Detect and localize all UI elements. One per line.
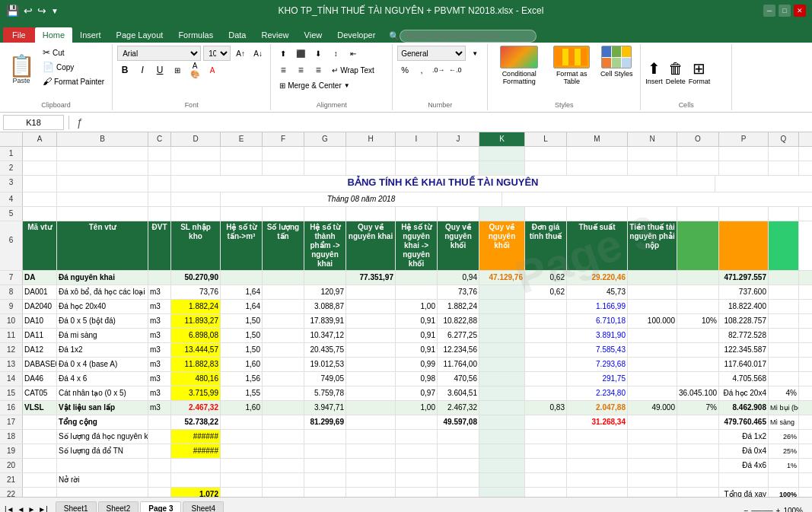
cell-Q10[interactable] — [769, 314, 799, 328]
cell-Q12[interactable] — [769, 343, 799, 357]
cell-F17[interactable] — [263, 415, 304, 429]
cell-K14[interactable] — [479, 372, 525, 386]
cell-I8[interactable] — [396, 285, 438, 299]
tab-data[interactable]: Data — [221, 27, 253, 43]
cell-E7[interactable] — [221, 271, 263, 285]
cell-O5[interactable] — [677, 207, 719, 221]
col-header-F[interactable]: F — [263, 132, 304, 146]
cell-D2[interactable] — [171, 161, 221, 175]
cell-K6[interactable]: Quy về nguyên khối — [479, 221, 525, 270]
cell-L8[interactable]: 0,62 — [525, 285, 567, 299]
bold-button[interactable]: B — [117, 62, 132, 78]
cell-O10[interactable]: 10% — [677, 314, 719, 328]
cell-N11[interactable] — [628, 329, 677, 342]
cell-H8[interactable] — [346, 285, 396, 299]
maximize-button[interactable]: □ — [779, 5, 791, 17]
cell-A17[interactable] — [23, 415, 57, 429]
cell-B2[interactable] — [57, 161, 148, 175]
cell-Q20[interactable]: 1% — [769, 459, 799, 472]
cell-F15[interactable] — [263, 386, 304, 400]
cell-A16[interactable]: VLSL — [23, 401, 57, 415]
cell-O12[interactable] — [677, 343, 719, 357]
increase-decimal-button[interactable]: .0→ — [431, 62, 446, 78]
cell-J9[interactable]: 1.882,24 — [438, 300, 479, 313]
window-controls[interactable]: ─ □ ✕ — [763, 5, 806, 17]
cell-C6[interactable]: ĐVT — [148, 221, 171, 270]
cell-I1[interactable] — [396, 147, 438, 161]
cell-C7[interactable] — [148, 271, 171, 285]
cell-M22[interactable] — [567, 488, 628, 497]
cell-B16[interactable]: Vật liệu san lấp — [57, 401, 148, 415]
cell-E14[interactable]: 1,56 — [221, 372, 263, 386]
cell-D21[interactable] — [171, 473, 221, 487]
cell-H2[interactable] — [346, 161, 396, 175]
cell-N12[interactable] — [628, 343, 677, 357]
cell-D3-title[interactable]: BẢNG TÍNH KÊ KHAI THUẾ TÀI NGUYÊN — [171, 176, 715, 192]
comma-button[interactable]: , — [414, 62, 429, 78]
zoom-slider[interactable]: ──── — [751, 507, 772, 512]
cell-D18[interactable]: ###### — [171, 430, 221, 444]
close-button[interactable]: ✕ — [794, 5, 806, 17]
cell-H9[interactable] — [346, 300, 396, 313]
font-color-button[interactable]: A — [205, 62, 220, 78]
cell-H6[interactable]: Quy về nguyên khai — [346, 221, 396, 270]
cell-D17[interactable]: 52.738,22 — [171, 415, 221, 429]
cell-A14[interactable]: DA46 — [23, 372, 57, 386]
cell-Q15[interactable]: 4% — [769, 386, 799, 400]
cell-K12[interactable] — [479, 343, 525, 357]
cell-D13[interactable]: 11.882,83 — [171, 358, 221, 371]
cell-M12[interactable]: 7.585,43 — [567, 343, 628, 357]
cell-F13[interactable] — [263, 358, 304, 371]
cell-P11[interactable]: 82.772.528 — [719, 329, 769, 342]
cell-C9[interactable]: m3 — [148, 300, 171, 313]
cell-M18[interactable] — [567, 430, 628, 444]
cell-F10[interactable] — [263, 314, 304, 328]
zoom-out-button[interactable]: − — [744, 507, 748, 512]
copy-button[interactable]: 📄 Copy — [40, 60, 107, 74]
cell-H5[interactable] — [346, 207, 396, 221]
fill-color-button[interactable]: A🎨 — [187, 62, 202, 78]
cell-A8[interactable]: DA001 — [23, 285, 57, 299]
cell-O11[interactable] — [677, 329, 719, 342]
cell-B13[interactable]: Đá 0 x 4 (base A) — [57, 358, 148, 371]
cell-M6[interactable]: Thuế suất — [567, 221, 628, 270]
cell-M11[interactable]: 3.891,90 — [567, 329, 628, 342]
cell-L10[interactable] — [525, 314, 567, 328]
cell-C12[interactable]: m3 — [148, 343, 171, 357]
cell-P21[interactable] — [719, 473, 769, 487]
cell-E21[interactable] — [221, 473, 263, 487]
cell-L6[interactable]: Đơn giá tính thuế — [525, 221, 567, 270]
cell-N8[interactable] — [628, 285, 677, 299]
align-center-button[interactable]: ≡ — [293, 62, 308, 78]
minimize-button[interactable]: ─ — [763, 5, 775, 17]
cell-J10[interactable]: 10.822,88 — [438, 314, 479, 328]
cell-Q22[interactable]: 100% — [769, 488, 799, 497]
cell-A5[interactable] — [23, 207, 57, 221]
cell-P14[interactable]: 4.705.568 — [719, 372, 769, 386]
cell-E13[interactable]: 1,60 — [221, 358, 263, 371]
sheet-first-button[interactable]: |◄ — [3, 504, 16, 512]
cell-D6[interactable]: SL nhập kho — [171, 221, 221, 270]
cell-G1[interactable] — [304, 147, 346, 161]
cell-M16[interactable]: 2.047,88 — [567, 401, 628, 415]
cell-L14[interactable] — [525, 372, 567, 386]
format-button[interactable]: ⊞ Format — [689, 59, 711, 85]
cell-L19[interactable] — [525, 444, 567, 458]
cell-Q6[interactable] — [769, 221, 799, 270]
cell-N6[interactable]: Tiền thuế tài nguyên phải nộp — [628, 221, 677, 270]
cell-P20[interactable]: Đá 4x6 — [719, 459, 769, 472]
cell-F5[interactable] — [263, 207, 304, 221]
cell-N5[interactable] — [628, 207, 677, 221]
cell-B7[interactable]: Đá nguyên khai — [57, 271, 148, 285]
cell-Q13[interactable] — [769, 358, 799, 371]
cell-Q8[interactable] — [769, 285, 799, 299]
cell-G14[interactable]: 749,05 — [304, 372, 346, 386]
cell-M7[interactable]: 29.220,46 — [567, 271, 628, 285]
cell-M17[interactable]: 31.268,34 — [567, 415, 628, 429]
cell-B21[interactable]: Nở rời — [57, 473, 148, 487]
col-header-K[interactable]: K — [479, 132, 525, 146]
cell-P22[interactable]: Tổng đá xay — [719, 488, 769, 497]
underline-button[interactable]: U — [152, 62, 167, 78]
cell-B6[interactable]: Tên vtư — [57, 221, 148, 270]
cell-N7[interactable] — [628, 271, 677, 285]
